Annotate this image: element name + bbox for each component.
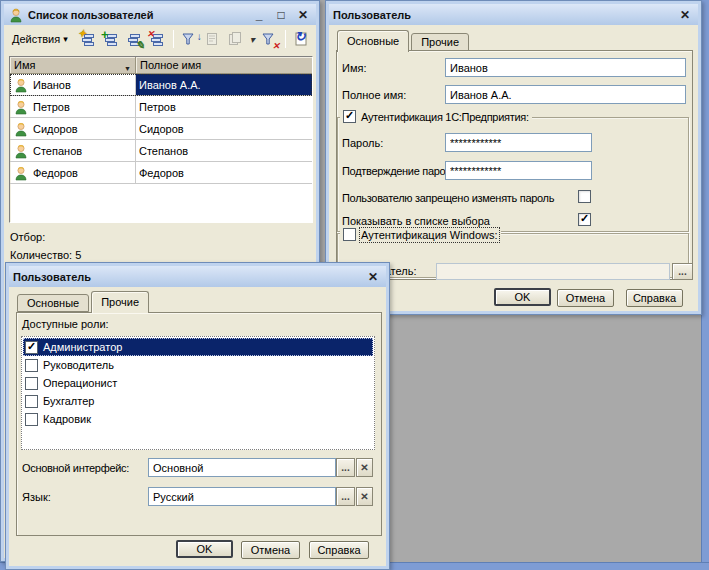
window-title: Пользователь bbox=[13, 271, 360, 283]
user-properties-titlebar[interactable]: Пользователь ✕ bbox=[329, 4, 698, 25]
user-roles-window: Пользователь ✕ Основные Прочие Доступные… bbox=[5, 262, 390, 570]
language-browse-button[interactable]: ... bbox=[336, 487, 355, 506]
role-row[interactable]: Бухгалтер bbox=[23, 392, 373, 410]
actions-menu-button[interactable]: Действия ▾ bbox=[7, 30, 73, 48]
auth-1c-checkbox[interactable] bbox=[343, 110, 356, 123]
windows-user-input bbox=[436, 263, 670, 280]
name-input[interactable] bbox=[445, 58, 686, 77]
show-in-list-label: Показывать в списке выбора bbox=[342, 215, 490, 227]
ok-button[interactable]: OK bbox=[494, 288, 551, 306]
list-toolbar: Действия ▾ bbox=[4, 25, 316, 53]
help-button[interactable]: Справка bbox=[309, 541, 369, 559]
user-avatar-icon bbox=[8, 7, 24, 23]
new-item-icon[interactable] bbox=[78, 29, 99, 50]
auth-windows-checkbox[interactable] bbox=[343, 228, 356, 241]
password-confirm-input[interactable] bbox=[445, 161, 592, 180]
language-label: Язык: bbox=[22, 491, 51, 503]
interface-input[interactable] bbox=[148, 458, 336, 477]
tab-main[interactable]: Основные bbox=[17, 294, 89, 312]
count-label: Количество: 5 bbox=[10, 249, 81, 261]
role-checkbox[interactable] bbox=[25, 341, 38, 354]
close-button[interactable]: ✕ bbox=[294, 8, 312, 22]
tab-main[interactable]: Основные bbox=[337, 30, 409, 52]
table-header: Имя Полное имя bbox=[10, 57, 312, 74]
roles-label: Доступные роли: bbox=[22, 318, 109, 330]
auth-1c-label: Аутентификация 1С:Предприятия: bbox=[361, 111, 529, 123]
filter-history-icon bbox=[225, 29, 246, 50]
cancel-button[interactable]: Отмена bbox=[557, 289, 614, 307]
close-button[interactable]: ✕ bbox=[676, 8, 694, 22]
window-title: Список пользователей bbox=[28, 9, 246, 21]
user-roles-client: Основные Прочие Доступные роли: Админист… bbox=[9, 287, 386, 566]
user-roles-titlebar[interactable]: Пользователь ✕ bbox=[9, 266, 386, 287]
interface-label: Основной интерфейс: bbox=[22, 462, 129, 474]
delete-item-icon[interactable] bbox=[147, 29, 168, 50]
user-avatar-icon bbox=[13, 143, 29, 159]
language-clear-button[interactable]: ✕ bbox=[356, 487, 373, 506]
user-avatar-icon bbox=[13, 165, 29, 181]
auth-windows-label: Аутентификация Windows: bbox=[361, 229, 498, 241]
filter-sort-icon[interactable] bbox=[179, 29, 200, 50]
full-name-label: Полное имя: bbox=[342, 89, 406, 101]
windows-user-browse-button[interactable]: ... bbox=[672, 263, 693, 280]
table-row[interactable]: Сидоров Сидоров bbox=[10, 118, 312, 140]
name-label: Имя: bbox=[342, 62, 366, 74]
app-frame-right bbox=[701, 0, 709, 570]
window-title: Пользователь bbox=[333, 9, 672, 21]
full-name-input[interactable] bbox=[445, 85, 686, 104]
role-checkbox[interactable] bbox=[25, 359, 38, 372]
forbid-password-change-checkbox[interactable] bbox=[578, 190, 591, 203]
table-row[interactable]: Федоров Федоров bbox=[10, 162, 312, 184]
filter-label: Отбор: bbox=[10, 231, 45, 243]
column-header-name[interactable]: Имя bbox=[10, 57, 136, 73]
role-row[interactable]: Операционист bbox=[23, 374, 373, 392]
ok-button[interactable]: OK bbox=[176, 540, 233, 558]
column-header-fullname[interactable]: Полное имя bbox=[136, 57, 312, 73]
user-table: Имя Полное имя Иванов Иванов А.А. Петров… bbox=[9, 56, 313, 223]
add-item-icon[interactable] bbox=[101, 29, 122, 50]
tab-strip: Основные Прочие bbox=[17, 291, 151, 312]
table-row[interactable]: Иванов Иванов А.А. bbox=[10, 74, 312, 96]
filter-by-value-icon bbox=[202, 29, 223, 50]
role-checkbox[interactable] bbox=[25, 377, 38, 390]
user-avatar-icon bbox=[13, 121, 29, 137]
filter-history-dropdown-icon bbox=[248, 29, 257, 50]
maximize-button[interactable]: □ bbox=[272, 8, 290, 22]
help-button[interactable]: Справка bbox=[626, 289, 683, 307]
sort-arrow-icon[interactable] bbox=[124, 61, 131, 73]
edit-item-icon[interactable] bbox=[124, 29, 145, 50]
show-in-list-checkbox[interactable] bbox=[578, 213, 591, 226]
interface-browse-button[interactable]: ... bbox=[336, 458, 355, 477]
interface-clear-button[interactable]: ✕ bbox=[356, 458, 373, 477]
role-row[interactable]: Кадровик bbox=[23, 410, 373, 428]
password-label: Пароль: bbox=[342, 137, 383, 149]
refresh-icon[interactable] bbox=[291, 29, 312, 50]
toolbar-separator bbox=[173, 30, 174, 48]
tab-strip: Основные Прочие bbox=[337, 30, 471, 51]
roles-list: Администратор Руководитель Операционист … bbox=[21, 336, 375, 450]
table-row[interactable]: Степанов Степанов bbox=[10, 140, 312, 162]
cancel-button[interactable]: Отмена bbox=[241, 541, 300, 559]
language-input[interactable] bbox=[148, 487, 336, 506]
role-row[interactable]: Руководитель bbox=[23, 356, 373, 374]
clear-filter-icon[interactable] bbox=[259, 29, 280, 50]
tab-other[interactable]: Прочие bbox=[91, 291, 149, 313]
user-list-titlebar[interactable]: Список пользователей _ □ ✕ bbox=[4, 4, 316, 25]
tab-other[interactable]: Прочие bbox=[411, 33, 469, 51]
user-avatar-icon bbox=[13, 99, 29, 115]
table-row[interactable]: Петров Петров bbox=[10, 96, 312, 118]
role-row[interactable]: Администратор bbox=[23, 338, 373, 356]
role-checkbox[interactable] bbox=[25, 413, 38, 426]
forbid-password-change-label: Пользователю запрещено изменять пароль bbox=[342, 192, 554, 204]
close-button[interactable]: ✕ bbox=[364, 270, 382, 284]
user-avatar-icon bbox=[13, 77, 29, 93]
auth-1c-caption: Аутентификация 1С:Предприятия: bbox=[340, 110, 532, 123]
role-checkbox[interactable] bbox=[25, 395, 38, 408]
toolbar-separator bbox=[285, 30, 286, 48]
password-confirm-label: Подтверждение пароля: bbox=[342, 165, 460, 177]
password-input[interactable] bbox=[445, 133, 592, 152]
minimize-button[interactable]: _ bbox=[250, 8, 268, 22]
auth-windows-caption: Аутентификация Windows: bbox=[340, 228, 501, 241]
